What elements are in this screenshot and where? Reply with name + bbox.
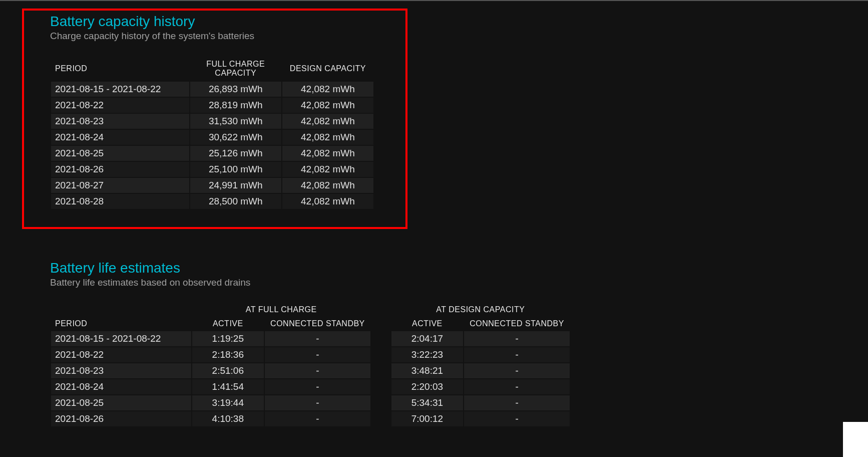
cell-full-charge: 25,100 mWh (190, 162, 281, 177)
cell-full-standby: - (265, 395, 370, 410)
table-row: 2021-08-2625,100 mWh42,082 mWh (51, 162, 373, 177)
col-design-standby: CONNECTED STANDBY (464, 317, 570, 330)
col-full-charge: FULL CHARGE CAPACITY (190, 57, 281, 81)
cell-design: 42,082 mWh (282, 130, 373, 145)
cell-period: 2021-08-28 (51, 194, 189, 209)
cell-period: 2021-08-26 (51, 411, 191, 426)
cell-design-standby: - (464, 411, 570, 426)
cell-period: 2021-08-15 - 2021-08-22 (51, 331, 191, 346)
cell-full-active: 2:18:36 (192, 347, 264, 362)
cell-full-active: 2:51:06 (192, 363, 264, 378)
cell-full-standby: - (265, 411, 370, 426)
cell-full-active: 3:19:44 (192, 395, 264, 410)
col-period: PERIOD (51, 57, 189, 81)
cell-period: 2021-08-15 - 2021-08-22 (51, 82, 189, 97)
cell-full-active: 1:41:54 (192, 379, 264, 394)
column-gap (371, 395, 390, 410)
cell-design-active: 7:00:12 (391, 411, 463, 426)
table-row: 2021-08-264:10:38-7:00:12- (51, 411, 570, 426)
cell-full-standby: - (265, 363, 370, 378)
estimates-title: Battery life estimates (50, 260, 868, 276)
cell-design: 42,082 mWh (282, 146, 373, 161)
cell-design: 42,082 mWh (282, 82, 373, 97)
cell-design-standby: - (464, 395, 570, 410)
column-gap (371, 347, 390, 362)
table-row: 2021-08-253:19:44-5:34:31- (51, 395, 570, 410)
group-full-charge: AT FULL CHARGE (192, 303, 370, 316)
cell-period: 2021-08-22 (51, 347, 191, 362)
cell-period: 2021-08-25 (51, 146, 189, 161)
battery-capacity-history-section: Battery capacity history Charge capacity… (50, 14, 868, 210)
group-design-capacity: AT DESIGN CAPACITY (391, 303, 570, 316)
cell-full-standby: - (265, 347, 370, 362)
column-gap (371, 411, 390, 426)
cell-period: 2021-08-23 (51, 363, 191, 378)
cell-design-standby: - (464, 363, 570, 378)
cell-design-active: 3:22:23 (391, 347, 463, 362)
cell-full-active: 1:19:25 (192, 331, 264, 346)
capacity-table: PERIOD FULL CHARGE CAPACITY DESIGN CAPAC… (50, 56, 374, 210)
table-row: 2021-08-232:51:06-3:48:21- (51, 363, 570, 378)
cell-design: 42,082 mWh (282, 162, 373, 177)
table-row: 2021-08-2828,500 mWh42,082 mWh (51, 194, 373, 209)
col-design: DESIGN CAPACITY (282, 57, 373, 81)
cell-period: 2021-08-27 (51, 178, 189, 193)
capacity-title: Battery capacity history (50, 14, 868, 30)
cell-design-active: 2:20:03 (391, 379, 463, 394)
column-gap (371, 331, 390, 346)
cell-full-charge: 24,991 mWh (190, 178, 281, 193)
table-row: 2021-08-2228,819 mWh42,082 mWh (51, 98, 373, 113)
table-row: 2021-08-2430,622 mWh42,082 mWh (51, 130, 373, 145)
cell-full-charge: 25,126 mWh (190, 146, 281, 161)
cell-full-charge: 31,530 mWh (190, 114, 281, 129)
col-design-active: ACTIVE (391, 317, 463, 330)
table-row: 2021-08-15 - 2021-08-221:19:25-2:04:17- (51, 331, 570, 346)
column-gap (371, 379, 390, 394)
cell-design: 42,082 mWh (282, 178, 373, 193)
table-row: 2021-08-2724,991 mWh42,082 mWh (51, 178, 373, 193)
white-overlay-box (843, 422, 868, 457)
cell-design-active: 3:48:21 (391, 363, 463, 378)
table-row: 2021-08-241:41:54-2:20:03- (51, 379, 570, 394)
cell-design-standby: - (464, 347, 570, 362)
estimates-table: AT FULL CHARGE AT DESIGN CAPACITY PERIOD… (50, 302, 571, 427)
cell-period: 2021-08-25 (51, 395, 191, 410)
cell-full-standby: - (265, 379, 370, 394)
estimates-subtitle: Battery life estimates based on observed… (50, 277, 868, 288)
column-gap (371, 363, 390, 378)
cell-period: 2021-08-24 (51, 130, 189, 145)
cell-full-charge: 26,893 mWh (190, 82, 281, 97)
table-row: 2021-08-222:18:36-3:22:23- (51, 347, 570, 362)
col-full-standby: CONNECTED STANDBY (265, 317, 370, 330)
cell-period: 2021-08-23 (51, 114, 189, 129)
cell-period: 2021-08-26 (51, 162, 189, 177)
table-row: 2021-08-2331,530 mWh42,082 mWh (51, 114, 373, 129)
cell-full-charge: 28,819 mWh (190, 98, 281, 113)
cell-design-active: 5:34:31 (391, 395, 463, 410)
cell-design: 42,082 mWh (282, 98, 373, 113)
cell-full-charge: 28,500 mWh (190, 194, 281, 209)
cell-full-charge: 30,622 mWh (190, 130, 281, 145)
battery-life-estimates-section: Battery life estimates Battery life esti… (50, 260, 868, 427)
table-row: 2021-08-15 - 2021-08-2226,893 mWh42,082 … (51, 82, 373, 97)
table-row: 2021-08-2525,126 mWh42,082 mWh (51, 146, 373, 161)
cell-period: 2021-08-22 (51, 98, 189, 113)
col-full-active: ACTIVE (192, 317, 264, 330)
cell-design-standby: - (464, 331, 570, 346)
cell-design-standby: - (464, 379, 570, 394)
capacity-subtitle: Charge capacity history of the system's … (50, 31, 868, 42)
cell-full-standby: - (265, 331, 370, 346)
col-period: PERIOD (51, 317, 191, 330)
cell-period: 2021-08-24 (51, 379, 191, 394)
cell-design-active: 2:04:17 (391, 331, 463, 346)
cell-full-active: 4:10:38 (192, 411, 264, 426)
cell-design: 42,082 mWh (282, 114, 373, 129)
cell-design: 42,082 mWh (282, 194, 373, 209)
